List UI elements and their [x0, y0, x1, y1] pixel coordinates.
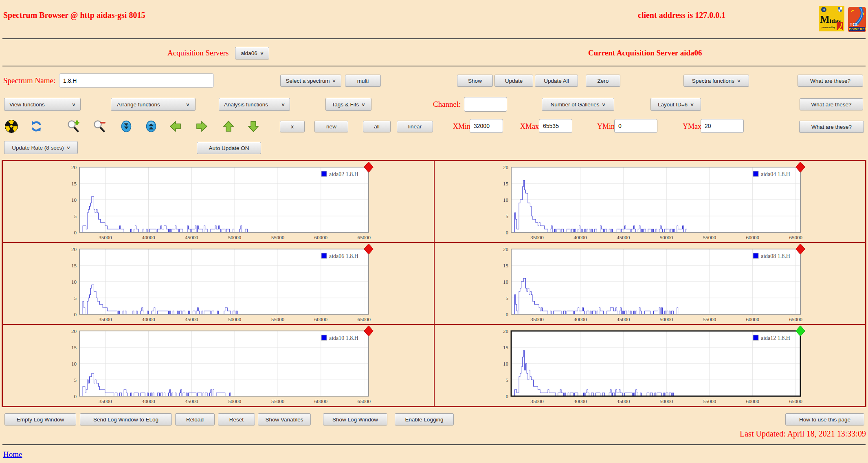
- radiation-icon[interactable]: [5, 120, 18, 133]
- svg-text:0: 0: [505, 311, 508, 317]
- gallery-panel-aida06[interactable]: 0510152035000400004500050000550006000065…: [2, 243, 434, 324]
- svg-text:20: 20: [71, 246, 77, 252]
- tags-fits-dropdown[interactable]: Tags & Fits ∨: [325, 98, 371, 111]
- legend-marker: [753, 335, 758, 340]
- chevron-down-icon: ∨: [260, 51, 264, 56]
- svg-text:65000: 65000: [789, 398, 802, 404]
- current-server-label: Current Acquisition Server aida06: [588, 49, 702, 57]
- update-rate-dropdown[interactable]: Update Rate (8 secs) ∨: [4, 141, 78, 154]
- layout-id-dropdown[interactable]: Layout ID=6 ∨: [650, 98, 701, 111]
- spectrum-chart: 0510152035000400004500050000550006000065…: [487, 325, 809, 407]
- svg-text:40000: 40000: [574, 234, 587, 240]
- update-rate-label: Update Rate (8 secs): [12, 145, 64, 151]
- what-are-these-button-3[interactable]: What are these?: [799, 121, 864, 133]
- refresh-icon[interactable]: [30, 120, 43, 133]
- gallery-panel-aida08[interactable]: 0510152035000400004500050000550006000065…: [434, 243, 866, 324]
- xmin-input[interactable]: [470, 119, 503, 133]
- arrange-functions-dropdown[interactable]: Arrange functions ∨: [111, 98, 196, 111]
- client-address: client address is 127.0.0.1: [638, 11, 725, 20]
- number-of-galleries-dropdown[interactable]: Number of Galleries ∨: [542, 98, 614, 111]
- update-all-button[interactable]: Update All: [535, 75, 578, 87]
- multi-button[interactable]: multi: [345, 75, 381, 87]
- linear-button[interactable]: linear: [397, 121, 433, 132]
- svg-text:5: 5: [74, 295, 77, 301]
- gallery-panel-aida04[interactable]: 0510152035000400004500050000550006000065…: [434, 161, 866, 243]
- spectrum-chart: 0510152035000400004500050000550006000065…: [55, 325, 377, 407]
- home-link[interactable]: Home: [3, 450, 22, 459]
- ymin-input[interactable]: [614, 119, 657, 133]
- right-arrow-icon[interactable]: [195, 120, 208, 133]
- what-are-these-button-2[interactable]: What are these?: [800, 98, 863, 110]
- gallery-panel-aida02[interactable]: 0510152035000400004500050000550006000065…: [2, 161, 434, 243]
- channel-input[interactable]: [464, 97, 507, 112]
- svg-text:5: 5: [74, 377, 77, 383]
- select-spectrum-dropdown[interactable]: Select a spectrum ∨: [280, 75, 341, 87]
- how-to-use-button[interactable]: How to use this page: [785, 413, 864, 426]
- reset-button[interactable]: Reset: [218, 413, 255, 426]
- acquisition-server-value: aida06: [241, 50, 257, 56]
- zero-button[interactable]: Zero: [586, 75, 620, 87]
- ymax-input[interactable]: [701, 119, 744, 133]
- empty-log-window-button[interactable]: Empty Log Window: [4, 413, 76, 426]
- svg-text:35000: 35000: [530, 316, 544, 322]
- left-arrow-icon[interactable]: [169, 120, 182, 133]
- tcl-powered-logo: TCL POWERED: [848, 7, 866, 32]
- show-button[interactable]: Show: [457, 75, 493, 87]
- reload-button[interactable]: Reload: [175, 413, 215, 426]
- svg-text:50000: 50000: [228, 234, 242, 240]
- auto-update-button[interactable]: Auto Update ON: [197, 142, 261, 154]
- show-variables-button[interactable]: Show Variables: [258, 413, 311, 426]
- last-updated-text: Last Updated: April 18, 2021 13:33:09: [740, 429, 866, 439]
- svg-text:50000: 50000: [228, 398, 242, 404]
- up-arrow-icon[interactable]: [222, 120, 235, 133]
- svg-text:10: 10: [71, 197, 77, 203]
- tcl-powered-text: POWERED: [849, 27, 865, 31]
- what-are-these-button-1[interactable]: What are these?: [798, 75, 863, 87]
- svg-text:5: 5: [505, 377, 508, 383]
- divider: [2, 444, 866, 445]
- svg-text:0: 0: [74, 229, 77, 236]
- fast-down-icon[interactable]: [120, 120, 133, 133]
- svg-text:55000: 55000: [271, 234, 285, 240]
- down-arrow-icon[interactable]: [247, 120, 260, 133]
- enable-logging-button[interactable]: Enable Logging: [395, 413, 454, 426]
- gallery-panel-aida10[interactable]: 0510152035000400004500050000550006000065…: [2, 324, 434, 406]
- svg-text:20: 20: [71, 164, 77, 170]
- send-log-to-elog-button[interactable]: Send Log Window to ELog: [80, 413, 172, 426]
- acquisition-server-select[interactable]: aida06 ∨: [235, 47, 269, 60]
- xmax-input[interactable]: [539, 119, 572, 133]
- svg-text:10: 10: [503, 279, 508, 285]
- spectra-functions-dropdown[interactable]: Spectra functions ∨: [683, 75, 749, 87]
- svg-text:45000: 45000: [185, 316, 198, 322]
- x-axis-button[interactable]: x: [280, 121, 305, 132]
- svg-text:50000: 50000: [659, 234, 673, 240]
- new-button[interactable]: new: [314, 121, 348, 132]
- svg-text:55000: 55000: [703, 234, 716, 240]
- svg-text:5: 5: [505, 213, 508, 219]
- analysis-functions-dropdown[interactable]: Analysis functions ∨: [219, 98, 290, 111]
- show-log-window-button[interactable]: Show Log Window: [323, 413, 387, 426]
- svg-text:45000: 45000: [616, 398, 630, 404]
- spectrum-name-input[interactable]: [59, 73, 214, 88]
- update-button[interactable]: Update: [494, 75, 533, 87]
- svg-text:35000: 35000: [530, 398, 544, 404]
- gallery-panel-aida12[interactable]: 0510152035000400004500050000550006000065…: [434, 324, 866, 406]
- svg-text:10: 10: [71, 361, 77, 367]
- svg-text:45000: 45000: [185, 398, 198, 404]
- fast-up-icon[interactable]: [145, 120, 158, 133]
- svg-text:0: 0: [74, 393, 77, 399]
- zoom-out-icon[interactable]: [93, 120, 106, 133]
- zoom-in-icon[interactable]: [67, 120, 80, 133]
- svg-text:60000: 60000: [746, 316, 759, 322]
- legend-label: aida12 1.8.H: [761, 335, 790, 341]
- all-button[interactable]: all: [363, 121, 391, 132]
- spectrum-browser-page: Spectrum Browser @ http aidas-gsi 8015 c…: [0, 0, 868, 463]
- midas-emblem-icon: M: [821, 7, 826, 12]
- view-functions-dropdown[interactable]: View functions ∨: [4, 98, 81, 111]
- svg-text:15: 15: [503, 344, 508, 351]
- chevron-down-icon: ∨: [66, 145, 70, 150]
- chevron-down-icon: ∨: [690, 102, 694, 107]
- svg-text:55000: 55000: [271, 398, 285, 404]
- svg-text:40000: 40000: [142, 398, 155, 404]
- svg-text:65000: 65000: [357, 234, 371, 240]
